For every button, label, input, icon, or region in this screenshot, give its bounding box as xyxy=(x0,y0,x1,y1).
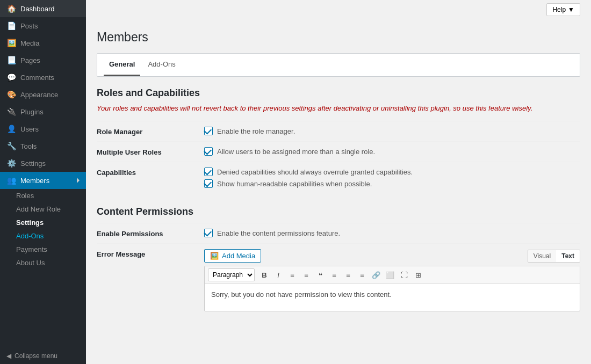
editor-format-bar: Paragraph B I ≡ ≡ ❝ ≡ ≡ ≡ 🔗 ⬜ xyxy=(205,266,580,284)
members-arrow xyxy=(77,178,80,183)
role-manager-label: Role Manager xyxy=(97,127,204,136)
ordered-list-button[interactable]: ≡ xyxy=(300,268,313,281)
tabs: General Add-Ons xyxy=(97,54,580,76)
capabilities-controls: Denied capabilities should always overru… xyxy=(204,168,580,188)
editor-container: Paragraph B I ≡ ≡ ❝ ≡ ≡ ≡ 🔗 ⬜ xyxy=(204,266,580,311)
align-left-button[interactable]: ≡ xyxy=(328,268,341,281)
role-manager-controls: Enable the role manager. xyxy=(204,127,580,135)
bold-button[interactable]: B xyxy=(258,268,271,281)
capabilities-control-row-1: Denied capabilities should always overru… xyxy=(204,168,580,176)
collapse-icon: ◀ xyxy=(6,352,11,360)
error-message-row: Error Message 🖼️ Add Media Visual Text xyxy=(97,243,580,317)
main-content-area: Help ▼ Members General Add-Ons Roles and… xyxy=(86,0,591,364)
sidebar-item-appearance[interactable]: 🎨 Appearance xyxy=(0,86,86,103)
capabilities-row: Capabilities Denied capabilities should … xyxy=(97,162,580,193)
content-permissions-title: Content Permissions xyxy=(97,206,580,217)
enable-permissions-checkbox-wrap: Enable the content permissions feature. xyxy=(204,229,580,237)
sidebar-item-plugins[interactable]: 🔌 Plugins xyxy=(0,103,86,120)
role-manager-checkbox[interactable] xyxy=(204,127,213,135)
capabilities-control-row-2: Show human-readable capabilities when po… xyxy=(204,179,580,188)
roles-section-title: Roles and Capabilities xyxy=(97,88,580,99)
sidebar-item-users[interactable]: 👤 Users xyxy=(0,120,86,137)
multiple-user-roles-controls: Allow users to be assigned more than a s… xyxy=(204,147,580,156)
editor-content-area[interactable]: Sorry, but you do not have permission to… xyxy=(205,284,580,311)
capabilities-checkbox-1[interactable] xyxy=(204,168,213,176)
sidebar-item-pages[interactable]: 📃 Pages xyxy=(0,52,86,69)
sidebar: 🏠 Dashboard 📄 Posts 🖼️ Media 📃 Pages 💬 C… xyxy=(0,0,86,364)
multiple-user-roles-checkbox[interactable] xyxy=(204,147,213,156)
enable-permissions-checkbox[interactable] xyxy=(204,229,213,237)
sidebar-item-comments[interactable]: 💬 Comments xyxy=(0,69,86,86)
capabilities-label: Capabilities xyxy=(97,168,204,177)
media-icon: 🖼️ xyxy=(6,39,16,47)
visual-text-tabs: Visual Text xyxy=(528,250,580,263)
help-chevron-icon: ▼ xyxy=(568,6,574,13)
editor-toolbar-top: 🖼️ Add Media Visual Text xyxy=(204,249,580,263)
tab-general[interactable]: General xyxy=(104,54,140,76)
add-media-button[interactable]: 🖼️ Add Media xyxy=(204,249,261,263)
submenu-roles[interactable]: Roles xyxy=(0,189,86,202)
settings-icon: ⚙️ xyxy=(6,159,16,168)
multiple-user-roles-checkbox-label: Allow users to be assigned more than a s… xyxy=(217,148,375,156)
submenu-settings[interactable]: Settings xyxy=(0,216,86,229)
content-permissions-section: Content Permissions Enable Permissions E… xyxy=(97,206,580,317)
fullscreen-button[interactable]: ⛶ xyxy=(398,268,410,281)
role-manager-checkbox-label: Enable the role manager. xyxy=(217,127,295,135)
plugins-icon: 🔌 xyxy=(6,107,16,116)
paragraph-select[interactable]: Paragraph xyxy=(208,268,255,281)
help-button[interactable]: Help ▼ xyxy=(546,3,580,16)
align-center-button[interactable]: ≡ xyxy=(342,268,355,281)
sidebar-item-media[interactable]: 🖼️ Media xyxy=(0,34,86,52)
tools-icon: 🔧 xyxy=(6,142,16,150)
italic-button[interactable]: I xyxy=(272,268,285,281)
roles-section-description: Your roles and capabilities will not rev… xyxy=(97,104,580,112)
tabs-container: General Add-Ons xyxy=(97,53,580,77)
content-area: Members General Add-Ons Roles and Capabi… xyxy=(86,19,591,364)
users-icon: 👤 xyxy=(6,125,16,133)
page-title: Members xyxy=(97,30,580,45)
add-media-icon: 🖼️ xyxy=(210,252,219,260)
capabilities-checkbox-label-1: Denied capabilities should always overru… xyxy=(217,168,413,176)
multiple-user-roles-label: Multiple User Roles xyxy=(97,147,204,156)
enable-permissions-checkbox-label: Enable the content permissions feature. xyxy=(217,229,340,237)
pages-icon: 📃 xyxy=(6,56,16,64)
enable-permissions-label: Enable Permissions xyxy=(97,229,204,238)
dashboard-icon: 🏠 xyxy=(6,4,16,13)
submenu-about-us[interactable]: About Us xyxy=(0,256,86,270)
capabilities-checkbox-2[interactable] xyxy=(204,179,213,188)
roles-capabilities-section: Roles and Capabilities Your roles and ca… xyxy=(97,88,580,193)
visual-tab[interactable]: Visual xyxy=(528,250,556,262)
unordered-list-button[interactable]: ≡ xyxy=(286,268,299,281)
tab-add-ons[interactable]: Add-Ons xyxy=(142,54,181,76)
appearance-icon: 🎨 xyxy=(6,90,16,99)
sidebar-item-members[interactable]: 👥 Members xyxy=(0,172,86,189)
role-manager-row: Role Manager Enable the role manager. xyxy=(97,121,580,141)
submenu-add-new-role[interactable]: Add New Role xyxy=(0,202,86,216)
posts-icon: 📄 xyxy=(6,21,16,30)
multiple-user-roles-checkbox-wrap: Allow users to be assigned more than a s… xyxy=(204,147,580,156)
comments-icon: 💬 xyxy=(6,73,16,82)
link-button[interactable]: 🔗 xyxy=(370,268,383,281)
sidebar-item-settings[interactable]: ⚙️ Settings xyxy=(0,155,86,172)
grid-button[interactable]: ⊞ xyxy=(412,268,424,281)
align-right-button[interactable]: ≡ xyxy=(356,268,369,281)
topbar: Help ▼ xyxy=(86,0,591,19)
role-manager-checkbox-wrap: Enable the role manager. xyxy=(204,127,580,135)
blockquote-button[interactable]: ❝ xyxy=(314,268,327,281)
text-tab[interactable]: Text xyxy=(556,250,580,262)
error-message-controls: 🖼️ Add Media Visual Text Paragraph xyxy=(204,249,580,311)
enable-permissions-row: Enable Permissions Enable the content pe… xyxy=(97,223,580,243)
sidebar-item-tools[interactable]: 🔧 Tools xyxy=(0,137,86,155)
capabilities-checkbox-label-2: Show human-readable capabilities when po… xyxy=(217,180,372,188)
sidebar-item-dashboard[interactable]: 🏠 Dashboard xyxy=(0,0,86,17)
sidebar-item-posts[interactable]: 📄 Posts xyxy=(0,17,86,34)
enable-permissions-controls: Enable the content permissions feature. xyxy=(204,229,580,237)
submenu-payments[interactable]: Payments xyxy=(0,243,86,256)
submenu-add-ons[interactable]: Add-Ons xyxy=(0,229,86,243)
multiple-user-roles-row: Multiple User Roles Allow users to be as… xyxy=(97,141,580,162)
collapse-menu-button[interactable]: ◀ Collapse menu xyxy=(0,348,86,364)
table-button[interactable]: ⬜ xyxy=(384,268,397,281)
members-icon: 👥 xyxy=(6,176,16,185)
error-message-label: Error Message xyxy=(97,249,204,258)
